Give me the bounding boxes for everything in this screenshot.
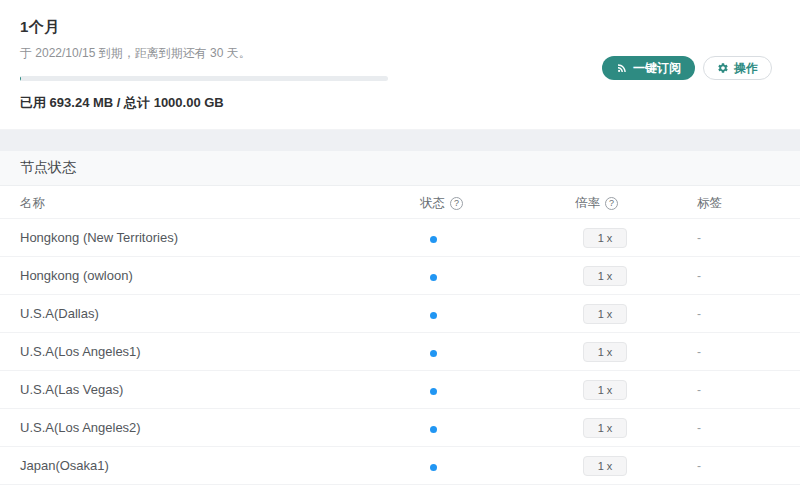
table-row: U.S.A(Dallas) 1 x -	[0, 295, 800, 333]
tags-value: -	[697, 383, 800, 397]
tags-value: -	[697, 421, 800, 435]
rate-badge: 1 x	[583, 266, 627, 286]
table-row: Hongkong (owloon) 1 x -	[0, 257, 800, 295]
node-name: Japan(Osaka1)	[0, 458, 420, 473]
node-name: U.S.A(Dallas)	[0, 306, 420, 321]
node-name: U.S.A(Las Vegas)	[0, 382, 420, 397]
plan-card: 1个月 于 2022/10/15 到期，距离到期还有 30 天。 已用 693.…	[0, 0, 800, 130]
status-dot	[430, 426, 437, 433]
node-name: U.S.A(Los Angeles1)	[0, 344, 420, 359]
status-help-icon[interactable]: ?	[450, 197, 463, 210]
tags-value: -	[697, 231, 800, 245]
node-status-title: 节点状态	[20, 159, 76, 177]
rate-badge: 1 x	[583, 342, 627, 362]
node-name: Hongkong (New Territories)	[0, 230, 420, 245]
tags-value: -	[697, 307, 800, 321]
usage-progress-bar	[20, 76, 388, 81]
column-header-rate: 倍率 ?	[575, 195, 618, 212]
gear-icon	[717, 62, 729, 74]
plan-usage-text: 已用 693.24 MB / 总计 1000.00 GB	[20, 94, 780, 112]
node-status-header: 节点状态	[0, 151, 800, 186]
column-header-tags: 标签	[697, 195, 722, 212]
status-dot	[430, 236, 437, 243]
table-row: U.S.A(Los Angeles2) 1 x -	[0, 409, 800, 447]
rss-icon	[616, 62, 628, 74]
status-dot	[430, 388, 437, 395]
node-name: Hongkong (owloon)	[0, 268, 420, 283]
node-status-card: 节点状态 名称 状态 ? 倍率 ? 标签	[0, 151, 800, 485]
subscribe-button-label: 一键订阅	[633, 62, 681, 74]
actions-button-label: 操作	[734, 62, 758, 74]
node-name: U.S.A(Los Angeles2)	[0, 420, 420, 435]
one-click-subscribe-button[interactable]: 一键订阅	[602, 56, 695, 80]
section-divider-band	[0, 130, 800, 151]
table-row: U.S.A(Los Angeles1) 1 x -	[0, 333, 800, 371]
status-dot	[430, 350, 437, 357]
plan-buttons: 一键订阅 操作	[602, 56, 772, 80]
status-dot	[430, 274, 437, 281]
status-dot	[430, 464, 437, 471]
rate-badge: 1 x	[583, 380, 627, 400]
rate-badge: 1 x	[583, 228, 627, 248]
column-header-status: 状态 ?	[420, 195, 463, 212]
plan-title: 1个月	[20, 18, 780, 37]
rate-badge: 1 x	[583, 456, 627, 476]
tags-value: -	[697, 459, 800, 473]
table-row: Japan(Osaka1) 1 x -	[0, 447, 800, 485]
column-header-name: 名称	[20, 195, 45, 212]
rate-help-icon[interactable]: ?	[605, 197, 618, 210]
tags-value: -	[697, 269, 800, 283]
rate-badge: 1 x	[583, 304, 627, 324]
actions-button[interactable]: 操作	[703, 56, 772, 80]
table-header-row: 名称 状态 ? 倍率 ? 标签	[0, 186, 800, 219]
tags-value: -	[697, 345, 800, 359]
status-dot	[430, 312, 437, 319]
table-row: U.S.A(Las Vegas) 1 x -	[0, 371, 800, 409]
node-table: 名称 状态 ? 倍率 ? 标签 Hongkong (New Territorie…	[0, 186, 800, 485]
rate-badge: 1 x	[583, 418, 627, 438]
table-row: Hongkong (New Territories) 1 x -	[0, 219, 800, 257]
